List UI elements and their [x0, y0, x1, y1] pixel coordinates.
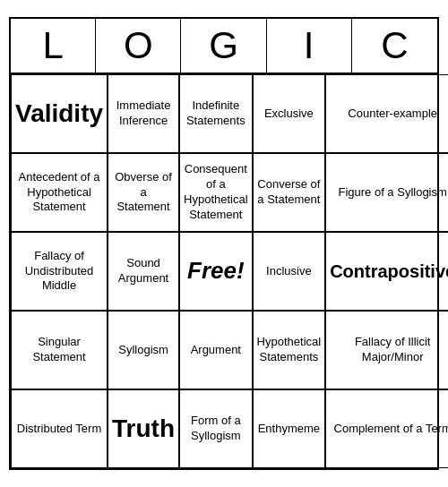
cell-r3-c3: Hypothetical Statements [253, 311, 326, 389]
cell-r0-c3: Exclusive [253, 74, 326, 153]
cell-r0-c1: Immediate Inference [108, 74, 179, 153]
cell-r2-c1: Sound Argument [108, 232, 179, 311]
header-o: O [96, 19, 181, 73]
cell-r1-c3: Converse of a Statement [253, 153, 326, 232]
cell-r4-c0: Distributed Term [11, 389, 108, 468]
cell-r4-c4: Complement of a Term [325, 389, 448, 468]
cell-r0-c2: Indefinite Statements [179, 74, 253, 153]
cell-r2-c0: Fallacy of Undistributed Middle [11, 232, 108, 311]
header-l: L [11, 19, 96, 73]
cell-r0-c0: Validity [11, 74, 108, 153]
cell-r4-c3: Enthymeme [253, 389, 326, 468]
cell-r1-c2: Consequent of a Hypothetical Statement [179, 153, 253, 232]
cell-r3-c4: Fallacy of Illicit Major/Minor [325, 311, 448, 389]
bingo-card: L O G I C ValidityImmediate InferenceInd… [9, 17, 439, 470]
cell-r1-c4: Figure of a Syllogism [325, 153, 448, 232]
cell-r4-c2: Form of a Syllogism [179, 389, 253, 468]
cell-r1-c0: Antecedent of a Hypothetical Statement [11, 153, 108, 232]
cell-r1-c1: Obverse of a Statement [108, 153, 179, 232]
cell-r4-c1: Truth [108, 389, 179, 468]
cell-r0-c4: Counter-example [325, 74, 448, 153]
cell-r3-c2: Argument [179, 311, 253, 389]
cell-r3-c1: Syllogism [108, 311, 179, 389]
header-g: G [181, 19, 266, 73]
header-row: L O G I C [11, 19, 437, 74]
cell-r2-c4: Contrapositive [325, 232, 448, 311]
bingo-grid: ValidityImmediate InferenceIndefinite St… [11, 74, 437, 468]
header-i: I [267, 19, 352, 73]
cell-r3-c0: Singular Statement [11, 311, 108, 389]
cell-r2-c3: Inclusive [253, 232, 326, 311]
cell-r2-c2: Free! [179, 232, 253, 311]
header-c: C [352, 19, 437, 73]
